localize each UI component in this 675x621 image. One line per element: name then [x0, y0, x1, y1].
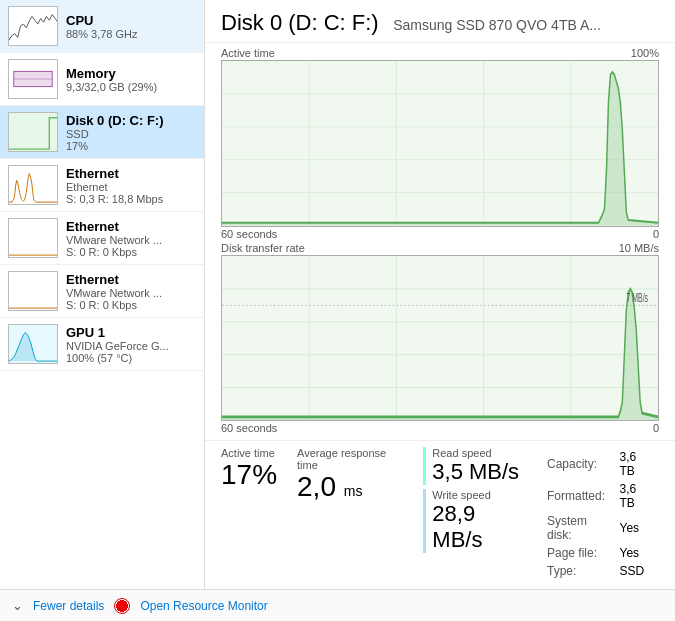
system-disk-row: System disk: Yes	[547, 513, 657, 543]
resource-monitor-icon	[114, 598, 130, 614]
eth2-sub2: S: 0 R: 0 Kbps	[66, 246, 196, 258]
gpu1-thumb	[8, 324, 58, 364]
chart1-canvas	[221, 60, 659, 227]
eth1-sub2: S: 0,3 R: 18,8 Mbps	[66, 193, 196, 205]
footer: ⌄ Fewer details Open Resource Monitor	[0, 589, 675, 621]
sidebar-item-eth3[interactable]: Ethernet VMware Network ... S: 0 R: 0 Kb…	[0, 265, 204, 318]
capacity-table: Capacity: 3,6 TB Formatted: 3,6 TB Syste…	[545, 447, 659, 581]
disk0-thumb	[8, 112, 58, 152]
avg-response-label: Average response time	[297, 447, 403, 471]
eth3-title: Ethernet	[66, 272, 196, 287]
memory-thumb	[8, 59, 58, 99]
disk0-info: Disk 0 (D: C: F:) SSD 17%	[66, 113, 196, 152]
read-speed-value: 3,5 MB/s	[432, 459, 525, 485]
sidebar-item-memory[interactable]: Memory 9,3/32,0 GB (29%)	[0, 53, 204, 106]
memory-title: Memory	[66, 66, 196, 81]
write-speed-block: Write speed 28,9 MB/s	[423, 489, 525, 553]
read-speed-label: Read speed	[432, 447, 525, 459]
chart1-bottom-row: 60 seconds 0	[221, 228, 659, 240]
chevron-down-icon: ⌄	[12, 598, 23, 613]
page-file-value: Yes	[620, 545, 658, 561]
chart2-zero: 0	[653, 422, 659, 434]
eth2-sub1: VMware Network ...	[66, 234, 196, 246]
system-disk-value: Yes	[620, 513, 658, 543]
capacity-row: Capacity: 3,6 TB	[547, 449, 657, 479]
open-resource-monitor-link[interactable]: Open Resource Monitor	[140, 599, 267, 613]
content-header: Disk 0 (D: C: F:) Samsung SSD 870 QVO 4T…	[205, 0, 675, 43]
memory-info: Memory 9,3/32,0 GB (29%)	[66, 66, 196, 93]
type-row: Type: SSD	[547, 563, 657, 579]
gpu1-info: GPU 1 NVIDIA GeForce G... 100% (57 °C)	[66, 325, 196, 364]
eth1-thumb	[8, 165, 58, 205]
active-time-chart-section: Active time 100%	[221, 47, 659, 240]
capacity-value: 3,6 TB	[620, 449, 658, 479]
cpu-info: CPU 88% 3,78 GHz	[66, 13, 196, 40]
gpu1-title: GPU 1	[66, 325, 196, 340]
chart1-max: 100%	[631, 47, 659, 59]
write-speed-value: 28,9 MB/s	[432, 501, 525, 553]
eth3-info: Ethernet VMware Network ... S: 0 R: 0 Kb…	[66, 272, 196, 311]
sidebar-item-gpu1[interactable]: GPU 1 NVIDIA GeForce G... 100% (57 °C)	[0, 318, 204, 371]
system-disk-label: System disk:	[547, 513, 618, 543]
chart1-zero: 0	[653, 228, 659, 240]
sidebar-item-eth1[interactable]: Ethernet Ethernet S: 0,3 R: 18,8 Mbps	[0, 159, 204, 212]
fewer-details-link[interactable]: Fewer details	[33, 599, 104, 613]
sidebar: CPU 88% 3,78 GHz Memory 9,3/32,0 GB (29%…	[0, 0, 205, 589]
svg-marker-14	[222, 72, 658, 226]
main-content: Disk 0 (D: C: F:) Samsung SSD 870 QVO 4T…	[205, 0, 675, 589]
device-name: Samsung SSD 870 QVO 4TB A...	[393, 17, 601, 33]
read-speed-block: Read speed 3,5 MB/s	[423, 447, 525, 485]
transfer-rate-chart-section: Disk transfer rate 10 MB/s	[221, 242, 659, 435]
gpu1-sub1: NVIDIA GeForce G...	[66, 340, 196, 352]
memory-sub: 9,3/32,0 GB (29%)	[66, 81, 196, 93]
write-speed-label: Write speed	[432, 489, 525, 501]
eth1-sub1: Ethernet	[66, 181, 196, 193]
avg-response-stat: Average response time 2,0 ms	[297, 447, 403, 581]
sidebar-item-disk0[interactable]: Disk 0 (D: C: F:) SSD 17%	[0, 106, 204, 159]
active-time-label: Active time	[221, 447, 277, 459]
active-time-value: 17%	[221, 461, 277, 489]
chart2-max: 10 MB/s	[619, 242, 659, 254]
avg-response-value: 2,0 ms	[297, 473, 403, 501]
sidebar-item-cpu[interactable]: CPU 88% 3,78 GHz	[0, 0, 204, 53]
active-time-stat: Active time 17%	[221, 447, 277, 581]
disk0-title: Disk 0 (D: C: F:)	[66, 113, 196, 128]
formatted-label: Formatted:	[547, 481, 618, 511]
formatted-value: 3,6 TB	[620, 481, 658, 511]
charts-area: Active time 100%	[205, 43, 675, 440]
eth3-sub2: S: 0 R: 0 Kbps	[66, 299, 196, 311]
chart2-label-row: Disk transfer rate 10 MB/s	[221, 242, 659, 254]
eth2-title: Ethernet	[66, 219, 196, 234]
chart2-time: 60 seconds	[221, 422, 277, 434]
svg-text:7 MB/s: 7 MB/s	[627, 290, 649, 304]
page-file-label: Page file:	[547, 545, 618, 561]
cpu-thumb	[8, 6, 58, 46]
chart2-bottom-row: 60 seconds 0	[221, 422, 659, 434]
speeds-block: Read speed 3,5 MB/s Write speed 28,9 MB/…	[423, 447, 525, 581]
chart1-label-row: Active time 100%	[221, 47, 659, 59]
eth2-info: Ethernet VMware Network ... S: 0 R: 0 Kb…	[66, 219, 196, 258]
type-label: Type:	[547, 563, 618, 579]
chart1-time: 60 seconds	[221, 228, 277, 240]
eth1-title: Ethernet	[66, 166, 196, 181]
disk0-sub1: SSD	[66, 128, 196, 140]
cpu-sub: 88% 3,78 GHz	[66, 28, 196, 40]
capacity-label: Capacity:	[547, 449, 618, 479]
sidebar-item-eth2[interactable]: Ethernet VMware Network ... S: 0 R: 0 Kb…	[0, 212, 204, 265]
cpu-title: CPU	[66, 13, 196, 28]
disk0-sub2: 17%	[66, 140, 196, 152]
eth1-info: Ethernet Ethernet S: 0,3 R: 18,8 Mbps	[66, 166, 196, 205]
eth3-thumb	[8, 271, 58, 311]
page-title: Disk 0 (D: C: F:)	[221, 10, 379, 35]
page-file-row: Page file: Yes	[547, 545, 657, 561]
type-value: SSD	[620, 563, 658, 579]
eth2-thumb	[8, 218, 58, 258]
formatted-row: Formatted: 3,6 TB	[547, 481, 657, 511]
chart2-label: Disk transfer rate	[221, 242, 305, 254]
eth3-sub1: VMware Network ...	[66, 287, 196, 299]
stats-area: Active time 17% Average response time 2,…	[205, 440, 675, 589]
gpu1-sub2: 100% (57 °C)	[66, 352, 196, 364]
chart2-canvas: 7 MB/s	[221, 255, 659, 422]
chart1-label: Active time	[221, 47, 275, 59]
